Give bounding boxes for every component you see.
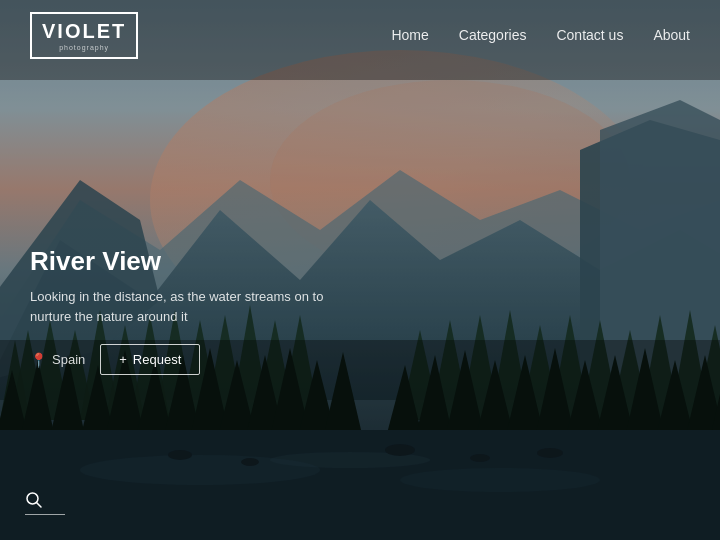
- hero-actions: 📍 Spain + Request: [30, 344, 350, 375]
- nav-item-home[interactable]: Home: [391, 26, 428, 44]
- search-bar: [25, 491, 65, 515]
- logo-name: VIOLET: [42, 20, 126, 43]
- navigation: VIOLET photography Home Categories Conta…: [0, 0, 720, 70]
- hero-content: River View Looking in the distance, as t…: [30, 246, 350, 375]
- nav-links: Home Categories Contact us About: [391, 26, 690, 44]
- svg-line-71: [37, 503, 42, 508]
- nav-link-home[interactable]: Home: [391, 27, 428, 43]
- nav-item-categories[interactable]: Categories: [459, 26, 527, 44]
- logo[interactable]: VIOLET photography: [30, 12, 138, 59]
- nav-link-contact[interactable]: Contact us: [556, 27, 623, 43]
- request-label: Request: [133, 352, 181, 367]
- hero-title: River View: [30, 246, 350, 277]
- nav-link-categories[interactable]: Categories: [459, 27, 527, 43]
- logo-tagline: photography: [59, 44, 109, 51]
- nav-item-about[interactable]: About: [653, 26, 690, 44]
- plus-icon: +: [119, 352, 127, 367]
- hero-description: Looking in the distance, as the water st…: [30, 287, 350, 326]
- location-label: Spain: [52, 352, 85, 367]
- location: 📍 Spain: [30, 352, 85, 368]
- location-pin-icon: 📍: [30, 352, 47, 368]
- request-button[interactable]: + Request: [100, 344, 200, 375]
- search-icon[interactable]: [25, 491, 65, 515]
- nav-item-contact[interactable]: Contact us: [556, 26, 623, 44]
- nav-link-about[interactable]: About: [653, 27, 690, 43]
